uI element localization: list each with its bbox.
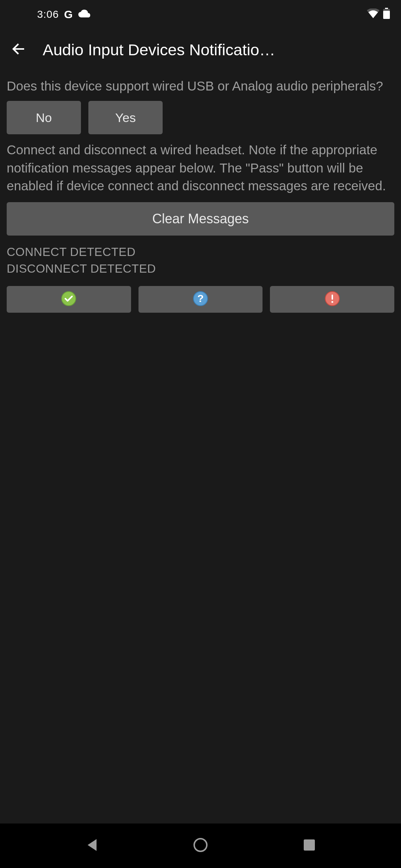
no-button-label: No	[36, 111, 52, 125]
yes-button-label: Yes	[115, 111, 136, 125]
status-bar: 3:06 G	[0, 0, 401, 29]
arrow-left-icon	[11, 41, 26, 58]
question-circle-icon: ?	[193, 291, 208, 307]
info-button[interactable]: ?	[138, 286, 263, 313]
google-icon: G	[64, 8, 73, 21]
svg-rect-2	[383, 11, 390, 19]
system-nav-bar	[0, 823, 401, 868]
page-title: Audio Input Devices Notificatio…	[43, 41, 395, 59]
cloud-icon	[78, 9, 91, 20]
wifi-icon	[367, 9, 379, 21]
question-text: Does this device support wired USB or An…	[7, 77, 394, 95]
nav-back-button[interactable]	[81, 835, 103, 857]
status-time: 3:06	[37, 9, 59, 20]
svg-text:?: ?	[197, 293, 203, 304]
status-right	[367, 8, 390, 22]
circle-icon	[193, 837, 208, 854]
svg-rect-10	[304, 839, 315, 851]
svg-point-8	[331, 301, 333, 303]
yes-button[interactable]: Yes	[88, 101, 163, 134]
fail-button[interactable]	[270, 286, 394, 313]
pass-button[interactable]	[7, 286, 131, 313]
no-button[interactable]: No	[7, 101, 81, 134]
status-left: 3:06 G	[37, 8, 91, 21]
clear-messages-button[interactable]: Clear Messages	[7, 202, 394, 236]
svg-point-9	[194, 839, 207, 851]
log-area: CONNECT DETECTED DISCONNECT DETECTED	[7, 244, 394, 277]
alert-circle-icon	[325, 291, 340, 307]
yes-no-row: No Yes	[7, 101, 394, 134]
svg-point-3	[62, 292, 76, 306]
log-line-connect: CONNECT DETECTED	[7, 244, 394, 260]
result-buttons-row: ?	[7, 286, 394, 313]
instruction-text: Connect and disconnect a wired headset. …	[7, 141, 394, 195]
main-content: Does this device support wired USB or An…	[0, 70, 401, 319]
svg-rect-7	[332, 295, 333, 300]
log-line-disconnect: DISCONNECT DETECTED	[7, 260, 394, 277]
check-circle-icon	[61, 291, 76, 307]
triangle-left-icon	[85, 838, 98, 854]
square-icon	[303, 839, 316, 853]
nav-recent-button[interactable]	[298, 835, 320, 857]
app-bar: Audio Input Devices Notificatio…	[0, 29, 401, 70]
clear-messages-label: Clear Messages	[152, 211, 249, 226]
svg-rect-0	[385, 8, 388, 9]
back-button[interactable]	[6, 37, 32, 63]
battery-icon	[383, 8, 390, 22]
nav-home-button[interactable]	[189, 835, 212, 857]
